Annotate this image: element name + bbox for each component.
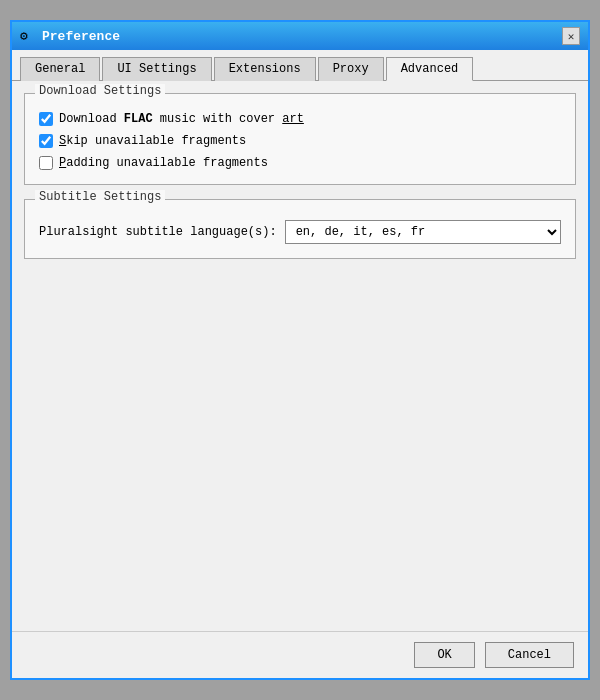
footer: OK Cancel: [12, 631, 588, 678]
checkbox-padding[interactable]: [39, 156, 53, 170]
checkbox-row-flac: Download FLAC music with cover art: [39, 112, 561, 126]
content-area: Download Settings Download FLAC music wi…: [12, 81, 588, 631]
checkbox-flac[interactable]: [39, 112, 53, 126]
title-bar: ⚙ Preference ✕: [12, 22, 588, 50]
tab-extensions[interactable]: Extensions: [214, 57, 316, 81]
download-settings-title: Download Settings: [35, 84, 165, 98]
tab-advanced[interactable]: Advanced: [386, 57, 474, 81]
cancel-button[interactable]: Cancel: [485, 642, 574, 668]
close-button[interactable]: ✕: [562, 27, 580, 45]
checkbox-row-padding: Padding unavailable fragments: [39, 156, 561, 170]
subtitle-settings-title: Subtitle Settings: [35, 190, 165, 204]
window-title: Preference: [42, 29, 120, 44]
subtitle-label: Pluralsight subtitle language(s):: [39, 225, 277, 239]
tab-ui-settings[interactable]: UI Settings: [102, 57, 211, 81]
app-icon: ⚙: [20, 28, 36, 44]
checkbox-row-skip: Skip unavailable fragments: [39, 134, 561, 148]
tab-general[interactable]: General: [20, 57, 100, 81]
checkbox-skip[interactable]: [39, 134, 53, 148]
preference-window: ⚙ Preference ✕ General UI Settings Exten…: [10, 20, 590, 680]
download-settings-section: Download Settings Download FLAC music wi…: [24, 93, 576, 185]
subtitle-row: Pluralsight subtitle language(s): en, de…: [39, 220, 561, 244]
subtitle-language-select[interactable]: en, de, it, es, fr en de it es fr: [285, 220, 561, 244]
subtitle-settings-section: Subtitle Settings Pluralsight subtitle l…: [24, 199, 576, 259]
checkbox-flac-label[interactable]: Download FLAC music with cover art: [59, 112, 304, 126]
tab-bar: General UI Settings Extensions Proxy Adv…: [12, 50, 588, 81]
title-bar-left: ⚙ Preference: [20, 28, 120, 44]
checkbox-padding-label[interactable]: Padding unavailable fragments: [59, 156, 268, 170]
tab-proxy[interactable]: Proxy: [318, 57, 384, 81]
ok-button[interactable]: OK: [414, 642, 474, 668]
checkbox-skip-label[interactable]: Skip unavailable fragments: [59, 134, 246, 148]
